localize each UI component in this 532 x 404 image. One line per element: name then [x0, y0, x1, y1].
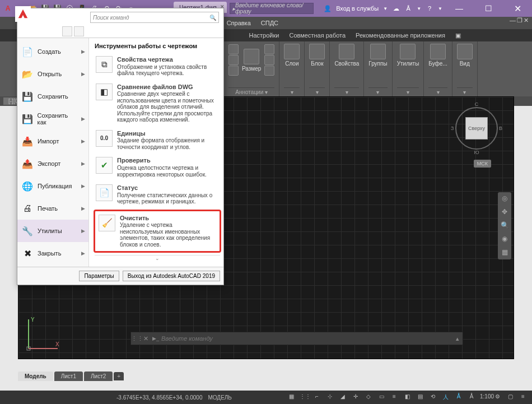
sb-grid-icon[interactable]: ▦ — [287, 393, 296, 401]
appmenu-publish[interactable]: 🌐Публикация▶ — [17, 175, 88, 197]
nav-zoom-icon[interactable]: 🔍 — [500, 221, 509, 230]
appmenu-view-open-icon[interactable] — [74, 26, 84, 36]
tool-drawing-props[interactable]: ⧉Свойства чертежаОтображение и установка… — [95, 53, 220, 80]
sb-dyn-icon[interactable]: ▭ — [377, 393, 386, 401]
autodesk-icon[interactable]: Å — [404, 4, 412, 12]
sb-person-icon[interactable]: 人 — [441, 393, 450, 401]
nav-show-icon[interactable]: ▦ — [500, 248, 509, 257]
ann-icon3[interactable] — [228, 66, 239, 76]
minimize-button[interactable]: — — [447, 0, 472, 17]
app-logo-badge[interactable] — [15, 6, 31, 22]
signin-link[interactable]: Вход в службы — [336, 5, 379, 12]
appmenu-print[interactable]: 🖨Печать▶ — [17, 197, 88, 220]
cmd-menu-icon[interactable]: ▴ — [452, 335, 463, 342]
panel-clip-drop[interactable]: ▾ — [428, 87, 447, 95]
appmenu-search[interactable]: Поиск команд 🔍 — [90, 12, 219, 23]
sb-gear-icon[interactable]: ⚙ — [493, 393, 502, 401]
utils-button[interactable]: Утилиты — [397, 44, 419, 67]
tab-sheet2[interactable]: Лист2 — [84, 372, 113, 381]
panel-groups-drop[interactable]: ▾ — [368, 87, 387, 95]
menu-spds[interactable]: СПДС — [258, 18, 281, 27]
appmenu-open[interactable]: 📂Открыть▶ — [17, 63, 88, 85]
tool-status[interactable]: 📄СтатусПолучение статистических данных о… — [95, 181, 220, 208]
mdi-max[interactable]: ❐ — [517, 17, 522, 24]
cloud-icon[interactable]: ☁ — [392, 4, 400, 12]
rtab-settings[interactable]: Настройки — [245, 30, 284, 40]
ann-icon5[interactable] — [264, 55, 274, 65]
rtab-rec-apps[interactable]: Рекомендованные приложения — [351, 30, 450, 40]
menu-help[interactable]: Справка — [224, 18, 254, 27]
layers-button[interactable]: Слои — [284, 44, 300, 67]
sb-ortho-icon[interactable]: ⌐ — [312, 393, 321, 401]
tool-dwg-compare[interactable]: ◧Сравнение файлов DWGСравнение двух черт… — [95, 80, 220, 127]
rtab-extra[interactable]: ▣ — [451, 30, 465, 41]
block-button[interactable]: Блок — [309, 44, 325, 67]
user-icon[interactable]: 👤 — [324, 4, 332, 12]
groups-button[interactable]: Группы — [368, 44, 387, 67]
rtab-collab[interactable]: Совместная работа — [284, 30, 350, 40]
command-input[interactable] — [160, 335, 452, 342]
sb-lwt-icon[interactable]: ≡ — [390, 393, 399, 401]
sb-iso-icon[interactable]: ◢ — [338, 393, 347, 401]
ann-icon4[interactable] — [264, 44, 274, 54]
mdi-close[interactable]: ✕ — [524, 17, 529, 24]
sb-custom-icon[interactable]: ≡ — [519, 393, 528, 401]
ann-icon1[interactable] — [228, 44, 239, 54]
tool-purge[interactable]: 🧹ОчиститьУдаление с чертежа неиспользуем… — [94, 210, 221, 253]
help-arrow-icon[interactable]: ▼ — [438, 6, 442, 11]
cmd-chevron-icon[interactable]: ▶_ — [151, 336, 160, 341]
global-search[interactable]: ▸ Введите ключевое слово/фразу — [230, 3, 314, 14]
ann-icon2[interactable] — [228, 55, 239, 65]
cmd-handle-icon[interactable]: ⋮⋮ — [131, 335, 140, 342]
app-logo[interactable]: A — [3, 4, 12, 13]
ucs-badge[interactable]: МСК — [474, 160, 491, 168]
panel-props-drop[interactable]: ▾ — [334, 87, 359, 95]
viewcube[interactable]: Сверху С Ю З В — [455, 107, 498, 150]
sb-max-icon[interactable]: ▢ — [506, 393, 515, 401]
nav-wheel-icon[interactable]: ◎ — [500, 194, 509, 203]
sb-osnap-icon[interactable]: ✛ — [351, 393, 360, 401]
dimension-button[interactable]: Размер — [242, 49, 261, 72]
panel-view-drop[interactable]: ▾ — [457, 87, 473, 95]
tool-audit[interactable]: ✔ПроверитьОценка целостности чертежа и к… — [95, 154, 220, 181]
status-model[interactable]: МОДЕЛЬ — [208, 394, 231, 401]
appmenu-save[interactable]: 💾Сохранить — [17, 85, 88, 108]
panel-block-drop[interactable]: ▾ — [309, 87, 325, 95]
sb-qp-icon[interactable]: ▤ — [416, 393, 424, 401]
nav-orbit-icon[interactable]: ◉ — [500, 235, 509, 244]
sb-trsp-icon[interactable]: ◧ — [403, 393, 412, 401]
cmd-close-icon[interactable]: ✕ — [140, 335, 151, 342]
tab-add[interactable]: + — [114, 372, 124, 380]
sb-scale[interactable]: 1:100 — [480, 393, 489, 401]
sb-3dosnap-icon[interactable]: ◇ — [364, 393, 373, 401]
autodesk-arrow-icon[interactable]: ▼ — [417, 6, 421, 11]
exit-button[interactable]: Выход из Autodesk AutoCAD 2019 — [123, 271, 220, 281]
signin-arrow-icon[interactable]: ▼ — [383, 6, 388, 11]
tab-model[interactable]: Модель — [18, 372, 53, 381]
options-button[interactable]: Параметры — [79, 271, 119, 281]
appmenu-view-recent-icon[interactable] — [62, 26, 72, 36]
panel-layers-drop[interactable]: ▾ — [284, 87, 300, 95]
panel-utils-drop[interactable]: ▾ — [397, 87, 419, 95]
appmenu-scroll-down[interactable]: ⌄ — [95, 255, 220, 262]
tool-units[interactable]: 0.0ЕдиницыЗадание формата отображения и … — [95, 127, 220, 154]
sb-cycle-icon[interactable]: ⟲ — [428, 393, 437, 401]
view-button[interactable]: Вид — [457, 44, 473, 67]
clip-button[interactable]: Буфе... — [428, 44, 447, 67]
appmenu-utilities[interactable]: 🔧Утилиты▶ — [17, 220, 88, 242]
maximize-button[interactable]: ☐ — [476, 0, 501, 17]
ann-icon6[interactable] — [264, 66, 274, 76]
appmenu-close[interactable]: ✖Закрыть▶ — [17, 242, 88, 264]
props-button[interactable]: Свойства — [334, 44, 359, 67]
sb-polar-icon[interactable]: ⊹ — [325, 393, 334, 401]
sb-annscale-icon[interactable]: Å — [467, 393, 476, 401]
viewcube-face[interactable]: Сверху — [465, 117, 488, 140]
help-icon[interactable]: ? — [426, 4, 433, 12]
appmenu-import[interactable]: 📥Импорт▶ — [17, 130, 88, 152]
sb-snap-icon[interactable]: ⋮⋮ — [300, 393, 309, 401]
tab-sheet1[interactable]: Лист1 — [54, 372, 83, 381]
sb-ann-icon[interactable]: Å — [454, 393, 463, 401]
mdi-min[interactable]: — — [510, 17, 516, 24]
close-button[interactable]: ✕ — [505, 0, 530, 17]
appmenu-export[interactable]: 📤Экспорт▶ — [17, 152, 88, 175]
